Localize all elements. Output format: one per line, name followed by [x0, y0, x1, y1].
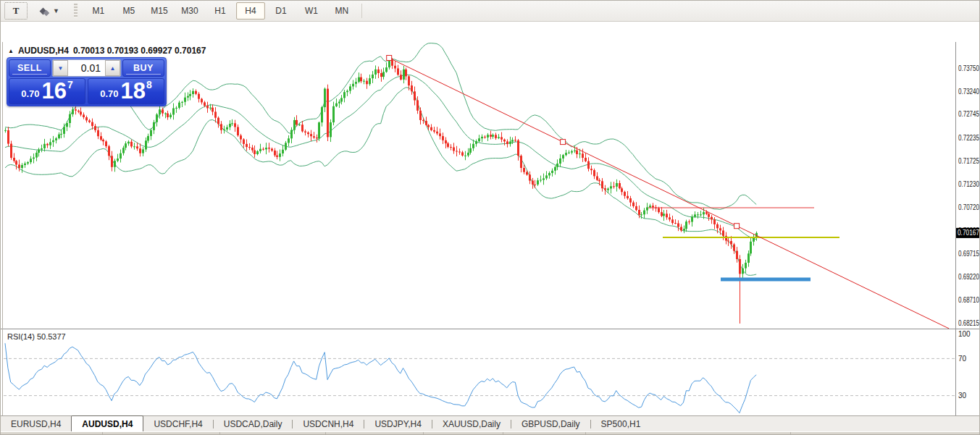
chart-tab-usdcnh-h4[interactable]: USDCNH,H4 [293, 416, 364, 432]
toolbar-separator [361, 4, 362, 18]
price-axis[interactable]: 0.737500.732400.727450.722350.717250.712… [956, 64, 980, 327]
symbol-label: AUDUSD,H4 [18, 46, 69, 56]
price-axis-label: 0.73750 [958, 64, 979, 72]
current-price-value: 0.70167 [958, 229, 979, 237]
timeframe-button-h4[interactable]: H4 [236, 2, 265, 20]
ohlc-values: 0.70013 0.70193 0.69927 0.70167 [73, 46, 206, 56]
rsi-axis-label: 100 [958, 330, 971, 338]
price-axis-label: 0.68215 [958, 319, 979, 327]
trendline-handle[interactable] [734, 224, 740, 229]
buy-price-button[interactable]: 0.70 18 8 [88, 78, 164, 104]
timeframe-button-mn[interactable]: MN [327, 2, 356, 20]
volume-increase-button[interactable]: ▲ [105, 60, 120, 76]
sell-pips: 16 [42, 80, 67, 102]
text-tool-button[interactable]: T [4, 2, 28, 20]
timeframe-button-m5[interactable]: M5 [114, 2, 143, 20]
buy-button[interactable]: BUY [122, 59, 164, 77]
timeframe-bar: M1M5M15M30H1H4D1W1MN [83, 2, 357, 20]
volume-decrease-button[interactable]: ▼ [53, 60, 68, 76]
chart-toolbar: T ▼ M1M5M15M30H1H4D1W1MN [1, 1, 980, 22]
bollinger-lower [5, 88, 756, 276]
trendline-handle[interactable] [387, 56, 392, 61]
chart-tab-xauusd-daily[interactable]: XAUUSD,Daily [432, 416, 511, 432]
chart-window: ▲ AUDUSD,H4 0.70013 0.70193 0.69927 0.70… [1, 21, 980, 415]
chart-tab-eurusd-h4[interactable]: EURUSD,H4 [1, 416, 71, 432]
chart-tab-sp500-h1[interactable]: SP500,H1 [591, 416, 651, 432]
rsi-line [5, 343, 756, 413]
chart-title: ▲ AUDUSD,H4 0.70013 0.70193 0.69927 0.70… [8, 46, 206, 56]
symbol-marker-icon: ▲ [8, 48, 14, 54]
timeframe-button-w1[interactable]: W1 [297, 2, 326, 20]
price-axis-label: 0.71725 [958, 157, 979, 165]
price-axis-label: 0.70720 [958, 203, 979, 211]
diamond-icon [43, 10, 49, 16]
timeframe-button-h1[interactable]: H1 [206, 2, 235, 20]
price-axis-label: 0.72745 [958, 110, 979, 118]
chevron-down-icon: ▼ [53, 7, 59, 14]
price-axis-label: 0.73240 [958, 88, 979, 96]
chart-tab-bar: EURUSD,H4AUDUSD,H4USDCHF,H4USDCAD,DailyU… [1, 415, 980, 432]
sell-pipette: 7 [67, 79, 73, 90]
chart-tab-usdjpy-h4[interactable]: USDJPY,H4 [364, 416, 431, 432]
timeframe-button-m15[interactable]: M15 [145, 2, 174, 20]
chart-tab-usdchf-h4[interactable]: USDCHF,H4 [143, 416, 212, 432]
mt4-terminal: T ▼ M1M5M15M30H1H4D1W1MN ▲ AUDUSD,H4 0.7… [0, 0, 980, 435]
buy-big-figure: 0.70 [100, 88, 118, 99]
chart-tab-gbpusd-daily[interactable]: GBPUSD,Daily [511, 416, 590, 432]
chart-tab-usdcad-daily[interactable]: USDCAD,Daily [214, 416, 293, 432]
line-studies-button[interactable]: ▼ [35, 2, 64, 20]
descending-trendline[interactable] [389, 58, 949, 329]
toolbar-grip [74, 4, 78, 18]
buy-pipette: 8 [146, 79, 152, 90]
sell-big-figure: 0.70 [21, 88, 39, 99]
rsi-axis[interactable]: 10070300 [958, 330, 971, 423]
price-axis-label: 0.68710 [958, 296, 979, 304]
price-axis-label: 0.69715 [958, 250, 979, 258]
timeframe-button-m1[interactable]: M1 [84, 2, 113, 20]
volume-stepper: ▼ ▲ [52, 59, 121, 77]
sell-button[interactable]: SELL [9, 59, 51, 77]
buy-pips: 18 [121, 80, 146, 102]
rsi-axis-label: 30 [958, 392, 967, 400]
chart-tab-audusd-h4[interactable]: AUDUSD,H4 [71, 415, 143, 432]
price-axis-label: 0.71230 [958, 180, 979, 188]
rsi-axis-label: 70 [958, 355, 967, 363]
timeframe-button-d1[interactable]: D1 [267, 2, 296, 20]
sell-price-button[interactable]: 0.70 16 7 [9, 78, 85, 104]
rsi-panel[interactable] [4, 343, 955, 413]
drawn-objects[interactable] [387, 56, 950, 329]
price-axis-label: 0.72235 [958, 134, 979, 142]
trendline-handle[interactable] [561, 140, 566, 145]
volume-input[interactable] [68, 60, 105, 76]
rsi-indicator-label: RSI(14) 50.5377 [7, 332, 66, 341]
timeframe-button-m30[interactable]: M30 [175, 2, 204, 20]
status-strip [1, 431, 980, 435]
one-click-trade-panel: SELL ▼ ▲ BUY 0.70 16 7 0.70 18 8 [7, 57, 167, 106]
price-axis-label: 0.69220 [958, 273, 979, 281]
